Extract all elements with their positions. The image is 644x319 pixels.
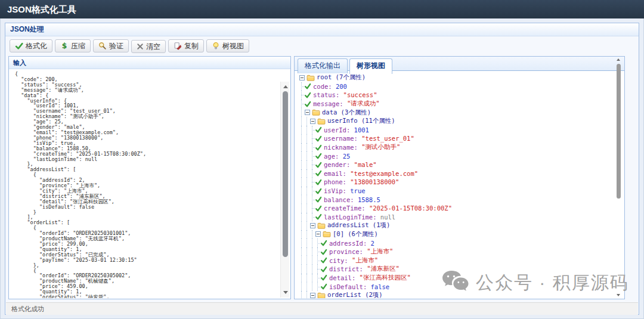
tree-elbow-guide [299, 100, 304, 109]
tree-scroll-up-arrow-icon[interactable] [617, 58, 620, 61]
tree-indent-guide [299, 256, 304, 265]
tree-indent-guide [299, 282, 304, 291]
tree-node-key: balance: [324, 196, 354, 203]
tree-row[interactable]: userInfo (11个属性) [299, 117, 624, 126]
tree-row[interactable]: orderList (2项) [299, 291, 624, 298]
tree-indent-guide [299, 134, 304, 143]
tree-node-key: createTime: [324, 205, 366, 212]
tree-row[interactable]: addressList (1项) [299, 221, 624, 230]
tree-indent-guide [304, 178, 309, 187]
tree-row[interactable]: age: 25 [299, 151, 624, 160]
tree-indent-guide [299, 178, 304, 187]
collapse-expander-icon[interactable] [315, 231, 321, 237]
tree-node-value: false [371, 283, 390, 290]
tree-indent-guide [299, 187, 304, 196]
toolbar-button-1[interactable]: $压缩 [55, 39, 91, 52]
tree-row[interactable]: root (7个属性) [299, 73, 624, 82]
tree-row[interactable]: username: "test_user_01" [299, 134, 624, 143]
tree-row[interactable]: balance: 1588.5 [299, 195, 624, 204]
output-panel: 格式化输出树形视图 root (7个属性)code: 200status: "s… [294, 56, 625, 299]
tree-node-value: 2 [371, 240, 374, 247]
toolbar-button-3[interactable]: 清空 [131, 40, 166, 53]
tree-indent-guide [304, 204, 309, 213]
tree-indent-guide [304, 247, 309, 256]
tree-scrollbar-thumb[interactable] [617, 64, 621, 199]
input-scrollbar-thumb[interactable] [283, 91, 288, 257]
tree-row[interactable]: message: "请求成功" [299, 100, 624, 109]
tree-scroll-down-arrow-icon[interactable] [617, 294, 620, 296]
tree-node-key: city: [329, 257, 348, 264]
tree-indent-guide [299, 230, 304, 239]
scroll-down-arrow-icon[interactable] [282, 289, 289, 296]
tab-0[interactable]: 格式化输出 [298, 58, 348, 73]
check-icon [320, 283, 327, 290]
tree-node-value: "test_user_01" [361, 135, 414, 142]
collapse-expander-icon[interactable] [299, 75, 305, 80]
tree-row[interactable]: isDefault: false [299, 282, 624, 291]
toolbar-button-label: 格式化 [26, 41, 47, 51]
tree-indent-guide [299, 274, 304, 283]
tree-row[interactable]: city: "上海市" [299, 256, 624, 265]
check-icon [320, 240, 327, 246]
tree-elbow-guide [309, 143, 315, 152]
tree-indent-guide [299, 160, 304, 169]
collapse-expander-icon[interactable] [310, 119, 315, 124]
tree-node-key: gender: [324, 161, 350, 168]
tree-row[interactable]: lastLoginTime: null [299, 213, 624, 222]
tree-node-label: addressList (1项) [327, 221, 390, 230]
toolbar-button-4[interactable]: 复制 [168, 39, 204, 52]
toolbar-button-0[interactable]: 格式化 [10, 39, 52, 52]
tree-node-value: "2025-01-15T08:30:00Z" [369, 205, 452, 212]
check-icon [304, 92, 311, 98]
tree-indent-guide [299, 265, 304, 274]
tree-node-key: email: [324, 170, 346, 177]
collapse-expander-icon[interactable] [310, 293, 315, 298]
tree-node-key: message: [313, 100, 343, 107]
tree-indent-guide [309, 230, 315, 239]
tree-row[interactable]: code: 200 [299, 82, 624, 91]
tree-row[interactable]: gender: "male" [299, 160, 624, 169]
toolbar-button-2[interactable]: 验证 [93, 39, 129, 52]
tree-row[interactable]: data (3个属性) [299, 108, 624, 117]
tree-row[interactable]: userId: 1001 [299, 126, 624, 135]
tree-elbow-guide [315, 247, 320, 256]
input-scrollbar[interactable] [280, 82, 289, 298]
tree-node-key: code: [313, 83, 332, 90]
tree-row[interactable]: detail: "张江高科技园区" [299, 274, 624, 283]
tree-row[interactable]: addressId: 2 [299, 239, 624, 247]
tree-row[interactable]: province: "上海市" [299, 247, 624, 256]
tree-elbow-guide [315, 265, 320, 274]
input-panel: 输入 { "code": 200, "status": "success", "… [8, 56, 291, 299]
tree-row[interactable]: phone: "13800138000" [299, 178, 624, 187]
collapse-expander-icon[interactable] [310, 223, 315, 228]
json-input-text[interactable]: { "code": 200, "status": "success", "mes… [10, 69, 290, 298]
tree-node-value: "请求成功" [347, 100, 380, 108]
tree-elbow-guide [309, 151, 315, 160]
tree-elbow-guide [315, 274, 320, 283]
check-icon [315, 179, 322, 185]
json-input-area[interactable]: { "code": 200, "status": "success", "mes… [10, 69, 290, 298]
collapse-expander-icon[interactable] [305, 110, 310, 115]
panel-title: JSON处理 [5, 23, 639, 36]
folder-icon [317, 222, 326, 229]
tab-1[interactable]: 树形视图 [349, 58, 392, 74]
tree-row[interactable]: createTime: "2025-01-15T08:30:00Z" [299, 204, 624, 213]
tree-elbow-guide [309, 178, 315, 187]
tree-row[interactable]: isVip: true [299, 187, 624, 196]
tree-indent-guide [304, 213, 309, 222]
tree-node-value: "13800138000" [350, 178, 399, 185]
scroll-up-arrow-icon[interactable] [282, 83, 289, 90]
toolbar-button-5[interactable]: 树视图 [206, 39, 249, 52]
toolbar: 格式化$压缩验证清空复制树视图 [5, 36, 639, 56]
tree-indent-guide [299, 143, 304, 152]
tree-row[interactable]: district: "浦东新区" [299, 265, 624, 274]
tree-indent-guide [299, 117, 304, 126]
tree-row[interactable]: [0] (6个属性) [299, 230, 624, 239]
folder-icon [317, 118, 326, 125]
tree-row[interactable]: email: "test@example.com" [299, 169, 624, 178]
tree-row[interactable]: nickname: "测试小助手" [299, 143, 624, 152]
tree-indent-guide [304, 169, 309, 178]
tree-node-key: phone: [324, 178, 346, 185]
tree-indent-guide [304, 195, 309, 204]
tree-row[interactable]: status: "success" [299, 91, 624, 100]
